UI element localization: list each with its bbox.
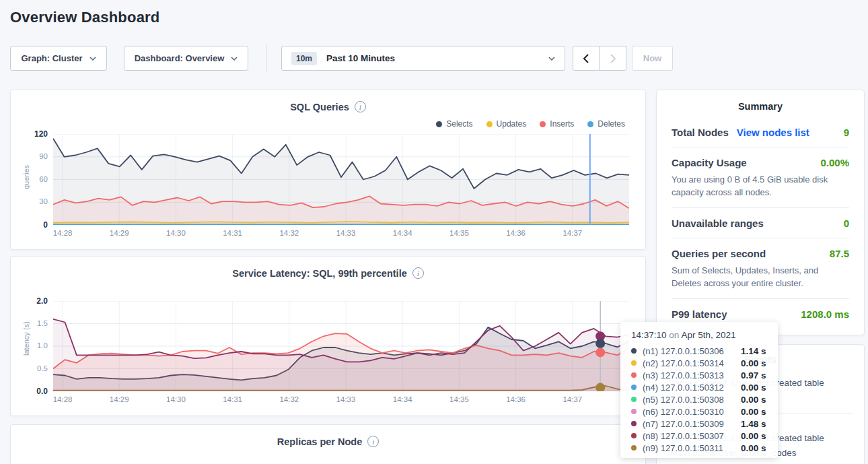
service-latency-chart-card[interactable]: Service Latency: SQL, 99th percentilei0.… bbox=[10, 256, 646, 416]
summary-panel: Summary Total NodesView nodes list9Capac… bbox=[656, 90, 865, 335]
time-range-badge: 10m bbox=[291, 52, 317, 65]
series-color-dot-icon bbox=[486, 121, 493, 127]
chart-plot-area[interactable] bbox=[53, 301, 629, 391]
graph-dropdown[interactable]: Graph: Cluster bbox=[10, 46, 107, 71]
tooltip-node-value: 0.00 s bbox=[741, 431, 766, 441]
x-axis-tick: 14:35 bbox=[444, 229, 474, 237]
series-color-dot-icon bbox=[540, 121, 546, 127]
summary-row-label: Queries per second bbox=[672, 248, 766, 259]
series-color-dot-icon bbox=[631, 445, 637, 451]
summary-row-description: Sum of Selects, Updates, Inserts, and De… bbox=[672, 264, 849, 290]
summary-row-value: 9 bbox=[844, 127, 849, 138]
x-axis-tick: 14:36 bbox=[501, 395, 531, 403]
x-axis-tick: 14:32 bbox=[275, 395, 304, 403]
graph-dropdown-label: Graph: Cluster bbox=[21, 53, 82, 63]
legend-item-selects[interactable]: Selects bbox=[436, 119, 472, 129]
tooltip-node-value: 0.00 s bbox=[741, 358, 766, 368]
chart-hover-tooltip: 14:37:10 on Apr 5th, 2021 (n1) 127.0.0.1… bbox=[620, 322, 778, 458]
tooltip-node-row: (n7) 127.0.0.1:503091.48 s bbox=[631, 418, 767, 430]
y-axis-title: queries bbox=[22, 169, 30, 189]
x-axis-tick: 14:32 bbox=[275, 229, 304, 237]
tooltip-node-value: 1.48 s bbox=[741, 419, 766, 429]
tooltip-node-label: (n6) 127.0.0.1:50310 bbox=[643, 407, 741, 417]
legend-item-updates[interactable]: Updates bbox=[486, 119, 527, 129]
tooltip-node-label: (n7) 127.0.0.1:50309 bbox=[643, 419, 741, 429]
series-color-dot-icon bbox=[631, 385, 637, 390]
summary-row: Unavailable ranges0 bbox=[672, 208, 849, 238]
tooltip-node-row: (n5) 127.0.0.1:503080.00 s bbox=[631, 393, 767, 405]
legend-item-inserts[interactable]: Inserts bbox=[540, 119, 574, 129]
summary-row-value: 0 bbox=[844, 218, 849, 229]
chart-title: Replicas per Node bbox=[277, 436, 363, 447]
overview-dashboard-page: Overview Dashboard Graph: Cluster Dashbo… bbox=[0, 0, 868, 464]
chart-title: SQL Queries bbox=[290, 102, 349, 112]
info-icon[interactable]: i bbox=[412, 267, 424, 279]
tooltip-node-row: (n3) 127.0.0.1:503130.97 s bbox=[631, 369, 767, 381]
x-axis-tick: 14:36 bbox=[501, 229, 531, 237]
time-range-picker[interactable]: 10m Past 10 Minutes bbox=[281, 46, 565, 71]
tooltip-node-value: 0.00 s bbox=[741, 395, 766, 405]
summary-row: Capacity Usage0.00%You are using 0 B of … bbox=[672, 147, 849, 208]
series-color-dot-icon bbox=[631, 397, 637, 402]
chart-title: Service Latency: SQL, 99th percentile bbox=[232, 268, 407, 279]
y-axis-title: latency (s) bbox=[22, 335, 30, 356]
y-axis-tick: 0.0 bbox=[21, 387, 48, 396]
x-axis-tick: 14:34 bbox=[388, 229, 417, 237]
summary-row-value: 87.5 bbox=[830, 248, 849, 259]
tooltip-node-row: (n1) 127.0.0.1:503061.14 s bbox=[631, 345, 767, 357]
tooltip-node-row: (n4) 127.0.0.1:503120.00 s bbox=[631, 381, 767, 393]
tooltip-node-value: 0.97 s bbox=[741, 370, 766, 380]
series-color-dot-icon bbox=[587, 121, 593, 127]
toolbar-divider bbox=[266, 44, 267, 72]
dashboard-dropdown[interactable]: Dashboard: Overview bbox=[124, 46, 248, 71]
x-axis-tick: 14:35 bbox=[444, 395, 474, 403]
now-button[interactable]: Now bbox=[632, 46, 673, 71]
summary-title: Summary bbox=[657, 90, 864, 112]
tooltip-node-label: (n9) 127.0.0.1:50311 bbox=[643, 443, 741, 453]
info-icon[interactable]: i bbox=[355, 101, 366, 112]
chevron-right-icon bbox=[610, 54, 616, 63]
tooltip-node-label: (n4) 127.0.0.1:50312 bbox=[643, 383, 741, 393]
chevron-left-icon bbox=[583, 54, 589, 63]
x-axis-tick: 14:29 bbox=[104, 395, 134, 403]
sql-queries-chart-card[interactable]: SQL QueriesiSelectsUpdatesInsertsDeletes… bbox=[10, 90, 646, 250]
time-prev-button[interactable] bbox=[573, 46, 600, 71]
tooltip-node-label: (n3) 127.0.0.1:50313 bbox=[643, 370, 741, 380]
x-axis-tick: 14:28 bbox=[48, 229, 77, 237]
legend-item-deletes[interactable]: Deletes bbox=[587, 119, 625, 129]
x-axis-tick: 14:34 bbox=[388, 395, 417, 403]
tooltip-node-row: (n6) 127.0.0.1:503100.00 s bbox=[631, 405, 767, 418]
info-icon[interactable]: i bbox=[367, 436, 379, 447]
tooltip-node-label: (n8) 127.0.0.1:50307 bbox=[643, 431, 741, 441]
series-color-dot-icon bbox=[631, 348, 637, 354]
tooltip-timestamp: 14:37:10 on Apr 5th, 2021 bbox=[631, 330, 767, 340]
y-axis-tick: 120 bbox=[21, 129, 48, 139]
series-color-dot-icon bbox=[631, 372, 637, 378]
replicas-per-node-chart-card[interactable]: Replicas per Nodei bbox=[10, 424, 646, 464]
y-axis-tick: 30 bbox=[21, 197, 48, 205]
y-axis-tick: 0.5 bbox=[21, 364, 48, 372]
summary-row-value: 0.00% bbox=[820, 157, 849, 168]
page-title: Overview Dashboard bbox=[10, 9, 159, 26]
time-step-buttons bbox=[573, 46, 626, 71]
tooltip-rows: (n1) 127.0.0.1:503061.14 s(n2) 127.0.0.1… bbox=[631, 345, 767, 454]
series-color-dot-icon bbox=[436, 121, 442, 127]
chevron-down-icon bbox=[548, 57, 555, 61]
summary-row-description: You are using 0 B of 4.5 GiB usable disk… bbox=[672, 173, 849, 199]
x-axis-tick: 14:33 bbox=[331, 229, 361, 237]
dashboard-dropdown-label: Dashboard: Overview bbox=[135, 53, 225, 63]
tooltip-node-label: (n1) 127.0.0.1:50306 bbox=[643, 346, 741, 356]
summary-row-label: Unavailable ranges bbox=[672, 218, 764, 229]
view-nodes-list-link[interactable]: View nodes list bbox=[737, 127, 809, 138]
time-next-button[interactable] bbox=[600, 46, 626, 71]
y-axis-tick: 2.0 bbox=[21, 296, 48, 306]
tooltip-node-value: 0.00 s bbox=[741, 383, 766, 393]
tooltip-node-label: (n5) 127.0.0.1:50308 bbox=[643, 395, 741, 405]
summary-row-label: Capacity Usage bbox=[672, 157, 747, 168]
chart-plot-area[interactable] bbox=[53, 134, 629, 225]
tooltip-node-row: (n2) 127.0.0.1:503140.00 s bbox=[631, 357, 767, 369]
x-axis-tick: 14:31 bbox=[218, 229, 248, 237]
x-axis-tick: 14:31 bbox=[218, 395, 248, 403]
summary-row: Total NodesView nodes list9 bbox=[672, 117, 849, 147]
y-axis-tick: 0 bbox=[21, 220, 48, 230]
